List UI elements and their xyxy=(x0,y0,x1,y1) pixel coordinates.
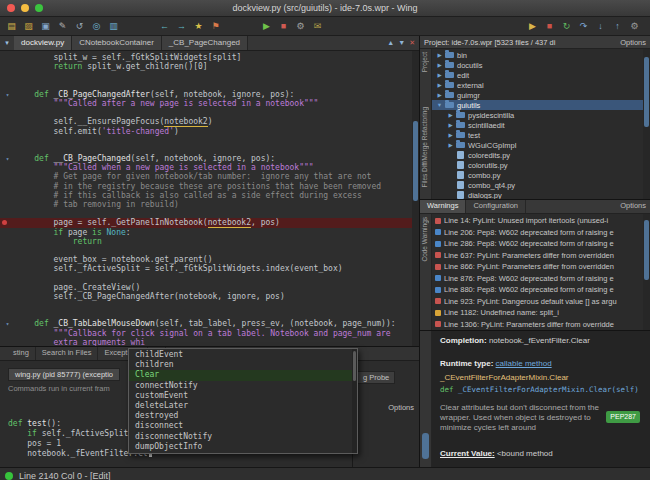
open-folder-icon[interactable]: ▨ xyxy=(22,20,35,33)
code-line[interactable]: split_w = self._fGtkSplitWidgets[split] xyxy=(0,53,412,62)
code-line[interactable]: """Called when a new page is selected in… xyxy=(0,163,412,172)
code-line[interactable]: self.emit('title-changed') xyxy=(0,127,412,136)
warning-item[interactable]: Line 1182: Undefined name: split_i xyxy=(432,307,643,319)
warning-item[interactable]: Line 14: PyLint: Unused import itertools… xyxy=(432,215,643,227)
project-tree-item[interactable]: ▶WGuiCGpImpl xyxy=(432,140,643,150)
flag-icon[interactable]: ⚑ xyxy=(209,20,222,33)
assistant-scroll-thumb[interactable] xyxy=(422,433,429,459)
debug-icon[interactable]: ▶ xyxy=(526,20,539,33)
split-up-icon[interactable]: ▲ xyxy=(387,39,394,47)
autocomplete-item[interactable]: deleteLater xyxy=(129,401,352,411)
project-tree-item[interactable]: combo_qt4.py xyxy=(432,180,643,190)
step-out-icon[interactable]: ↑ xyxy=(611,20,624,33)
code-line[interactable]: self.__EnsurePageFocus(notebook2) xyxy=(0,117,412,126)
project-tree-item[interactable]: ▶edit xyxy=(432,70,643,80)
warnings-scrollbar-thumb[interactable] xyxy=(644,220,649,280)
stop-icon[interactable]: ■ xyxy=(277,20,290,33)
project-tree-item[interactable]: ▶guimgr xyxy=(432,90,643,100)
tool-tab[interactable]: sting xyxy=(7,347,36,360)
fold-marker-icon[interactable]: ▾ xyxy=(0,90,15,99)
warning-item[interactable]: Line 923: PyLint: Dangerous default valu… xyxy=(432,296,643,308)
code-line[interactable] xyxy=(0,71,412,80)
autocomplete-item[interactable]: customEvent xyxy=(129,391,352,401)
code-line[interactable]: extra arguments whi xyxy=(0,338,412,346)
breakpoint-icon[interactable] xyxy=(2,220,7,225)
project-tree-item[interactable]: coloredits.py xyxy=(432,150,643,160)
restart-icon[interactable]: ↻ xyxy=(560,20,573,33)
code-line[interactable]: """Callback for click signal on a tab la… xyxy=(0,329,412,338)
shell-session-tab[interactable]: wing.py (pid 85777) (exceptio xyxy=(8,368,120,381)
code-line[interactable]: # in the registry because these are posi… xyxy=(0,182,412,191)
expand-icon[interactable]: ▶ xyxy=(435,52,444,58)
collapse-icon[interactable]: ▼ xyxy=(435,102,444,108)
save-icon[interactable]: ▣ xyxy=(39,20,52,33)
project-tree-item[interactable]: ▶external xyxy=(432,80,643,90)
expand-icon[interactable]: ▶ xyxy=(435,62,444,68)
code-editor[interactable]: split_w = self._fGtkSplitWidgets[split] … xyxy=(0,51,419,346)
code-line[interactable] xyxy=(0,81,412,90)
split-down-icon[interactable]: ▼ xyxy=(398,39,405,47)
warning-item[interactable]: Line 637: PyLint: Parameters differ from… xyxy=(432,250,643,262)
back-icon[interactable]: ← xyxy=(158,20,171,33)
gear-icon[interactable]: ⚙ xyxy=(628,20,641,33)
code-line[interactable] xyxy=(0,209,412,218)
titlebar[interactable]: dockview.py (src/guiutils) - ide-7.0s.wp… xyxy=(0,0,650,17)
project-options-button[interactable]: Options xyxy=(620,38,646,47)
code-line[interactable] xyxy=(0,145,412,154)
code-warnings-vertical-tab[interactable]: Code Warnings xyxy=(421,217,428,262)
expand-icon[interactable]: ▶ xyxy=(446,132,455,138)
autocomplete-item[interactable]: Clear xyxy=(129,370,352,380)
zoom-window-button[interactable] xyxy=(35,4,43,12)
warnings-tab[interactable]: Configuration xyxy=(466,200,526,213)
project-tree-item[interactable]: dialogs.py xyxy=(432,190,643,199)
autocomplete-item[interactable]: disconnect xyxy=(129,421,352,431)
minimize-window-button[interactable] xyxy=(21,4,29,12)
project-vertical-tab[interactable]: Project xyxy=(421,52,428,72)
warning-item[interactable]: Line 206: Pep8: W602 deprecated form of … xyxy=(432,227,643,239)
code-line[interactable]: self._fActiveSplit = self._fGtkSplitWidg… xyxy=(0,264,412,273)
warning-item[interactable]: Line 1306: PyLint: Parameters differ fro… xyxy=(432,319,643,331)
code-line[interactable]: return split_w.get_children()[0] xyxy=(0,62,412,71)
expand-icon[interactable]: ▶ xyxy=(446,122,455,128)
settings-icon[interactable]: ⚙ xyxy=(294,20,307,33)
project-tree-item[interactable]: ▶bin xyxy=(432,50,643,60)
warning-item[interactable]: Line 286: Pep8: W602 deprecated form of … xyxy=(432,238,643,250)
autocomplete-item[interactable]: destroyed xyxy=(129,411,352,421)
shell-options-button[interactable]: Options xyxy=(388,403,414,412)
expand-icon[interactable]: ▶ xyxy=(435,82,444,88)
code-line[interactable] xyxy=(0,246,412,255)
tab-menu-icon[interactable]: ▾ xyxy=(0,39,14,47)
expand-icon[interactable]: ▶ xyxy=(435,92,444,98)
autocomplete-item[interactable]: connectNotify xyxy=(129,381,352,391)
tool-tab[interactable]: Search in Files xyxy=(36,347,99,360)
warnings-scrollbar[interactable] xyxy=(643,214,650,330)
code-line[interactable]: """Called after a new page is selected i… xyxy=(0,99,412,108)
run-icon[interactable]: ▶ xyxy=(260,20,273,33)
code-line[interactable]: ▾ def __CB_PageChanged(self, notebook, i… xyxy=(0,154,412,163)
close-window-button[interactable] xyxy=(7,4,15,12)
expand-icon[interactable]: ▶ xyxy=(446,142,455,148)
mail-icon[interactable]: ✉ xyxy=(311,20,324,33)
debug-stop-icon[interactable]: ■ xyxy=(543,20,556,33)
files-vertical-tab[interactable]: Files Diff/Merge Refactoring xyxy=(421,107,428,187)
editor-tab[interactable]: dockview.py xyxy=(14,36,72,50)
editor-scrollbar[interactable] xyxy=(412,51,419,346)
edit-icon[interactable]: ✎ xyxy=(56,20,69,33)
project-scrollbar-thumb[interactable] xyxy=(644,57,649,127)
code-line[interactable]: if page is None: xyxy=(0,228,412,237)
warnings-options-button[interactable]: Options xyxy=(620,200,650,213)
step-into-icon[interactable]: ↓ xyxy=(594,20,607,33)
warning-item[interactable]: Line 876: Pep8: W602 deprecated form of … xyxy=(432,273,643,285)
expand-icon[interactable]: ▶ xyxy=(435,72,444,78)
code-line[interactable] xyxy=(0,301,412,310)
project-tree-item[interactable]: ▶pysidescintilla xyxy=(432,110,643,120)
autocomplete-item[interactable]: childEvent xyxy=(129,350,352,360)
search-icon[interactable]: ◎ xyxy=(90,20,103,33)
editor-scrollbar-thumb[interactable] xyxy=(413,121,418,201)
current-value-label[interactable]: Current Value: xyxy=(440,449,495,458)
project-tree-item[interactable]: combo.py xyxy=(432,170,643,180)
code-line[interactable] xyxy=(0,108,412,117)
revert-icon[interactable]: ↺ xyxy=(73,20,86,33)
autocomplete-scrollbar-thumb[interactable] xyxy=(353,351,356,381)
autocomplete-item[interactable]: dumpObjectInfo xyxy=(129,442,352,452)
